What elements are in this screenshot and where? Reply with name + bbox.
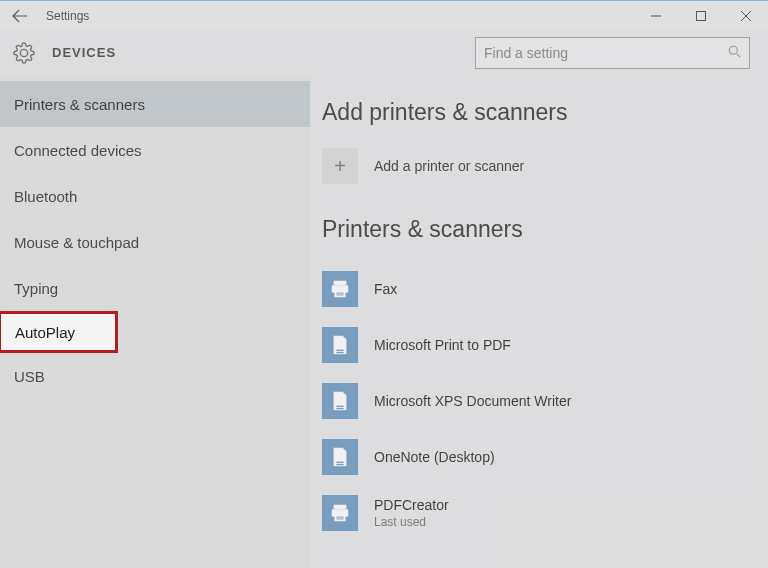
- svg-rect-5: [336, 293, 343, 294]
- section-printers-title: Printers & scanners: [322, 216, 756, 243]
- device-name: Microsoft Print to PDF: [374, 337, 511, 353]
- svg-rect-6: [336, 295, 343, 296]
- svg-rect-15: [335, 515, 346, 521]
- close-button[interactable]: [723, 1, 768, 31]
- close-icon: [741, 11, 751, 21]
- sidebar: Printers & scanners Connected devices Bl…: [0, 75, 310, 568]
- sidebar-item-bluetooth[interactable]: Bluetooth: [0, 173, 310, 219]
- svg-rect-7: [336, 350, 343, 351]
- sidebar-item-autoplay[interactable]: AutoPlay: [0, 311, 118, 353]
- settings-gear-icon: [12, 41, 36, 65]
- device-name: PDFCreator: [374, 497, 449, 513]
- document-icon: [322, 383, 358, 419]
- svg-rect-13: [334, 505, 347, 510]
- sidebar-item-typing[interactable]: Typing: [0, 265, 310, 311]
- device-row[interactable]: Microsoft XPS Document Writer: [322, 373, 756, 429]
- device-row[interactable]: Microsoft Print to PDF: [322, 317, 756, 373]
- svg-rect-9: [336, 406, 343, 407]
- document-icon: [322, 439, 358, 475]
- sidebar-item-connected-devices[interactable]: Connected devices: [0, 127, 310, 173]
- device-row[interactable]: Fax: [322, 261, 756, 317]
- printer-icon: [322, 495, 358, 531]
- sidebar-item-usb[interactable]: USB: [0, 353, 310, 399]
- device-row[interactable]: OneNote (Desktop): [322, 429, 756, 485]
- svg-rect-16: [336, 517, 343, 518]
- back-arrow-icon: [12, 8, 28, 24]
- add-button[interactable]: +: [322, 148, 358, 184]
- svg-rect-11: [336, 462, 343, 463]
- add-printer-label: Add a printer or scanner: [374, 158, 524, 174]
- svg-rect-4: [335, 291, 346, 297]
- svg-rect-12: [336, 464, 343, 465]
- minimize-button[interactable]: [633, 1, 678, 31]
- window-title: Settings: [40, 9, 633, 23]
- search-box[interactable]: [475, 37, 750, 69]
- header: DEVICES: [0, 30, 768, 75]
- add-printer-row[interactable]: + Add a printer or scanner: [322, 148, 756, 184]
- plus-icon: +: [334, 155, 346, 178]
- section-add-printers-title: Add printers & scanners: [322, 99, 756, 126]
- device-name: Microsoft XPS Document Writer: [374, 393, 571, 409]
- minimize-icon: [651, 11, 661, 21]
- device-sub: Last used: [374, 515, 449, 529]
- svg-rect-17: [336, 519, 343, 520]
- main-content: Add printers & scanners + Add a printer …: [310, 75, 768, 568]
- svg-point-1: [729, 46, 737, 54]
- page-title: DEVICES: [52, 45, 116, 60]
- maximize-icon: [696, 11, 706, 21]
- titlebar: Settings: [0, 0, 768, 30]
- document-icon: [322, 327, 358, 363]
- maximize-button[interactable]: [678, 1, 723, 31]
- back-button[interactable]: [0, 1, 40, 31]
- svg-rect-0: [696, 11, 705, 20]
- search-icon: [728, 45, 741, 61]
- svg-rect-10: [336, 408, 343, 409]
- svg-rect-8: [336, 352, 343, 353]
- device-name: OneNote (Desktop): [374, 449, 495, 465]
- sidebar-item-printers[interactable]: Printers & scanners: [0, 81, 310, 127]
- device-row[interactable]: PDFCreator Last used: [322, 485, 756, 541]
- sidebar-item-mouse-touchpad[interactable]: Mouse & touchpad: [0, 219, 310, 265]
- device-name: Fax: [374, 281, 397, 297]
- svg-rect-2: [334, 281, 347, 286]
- search-input[interactable]: [484, 45, 728, 61]
- printer-icon: [322, 271, 358, 307]
